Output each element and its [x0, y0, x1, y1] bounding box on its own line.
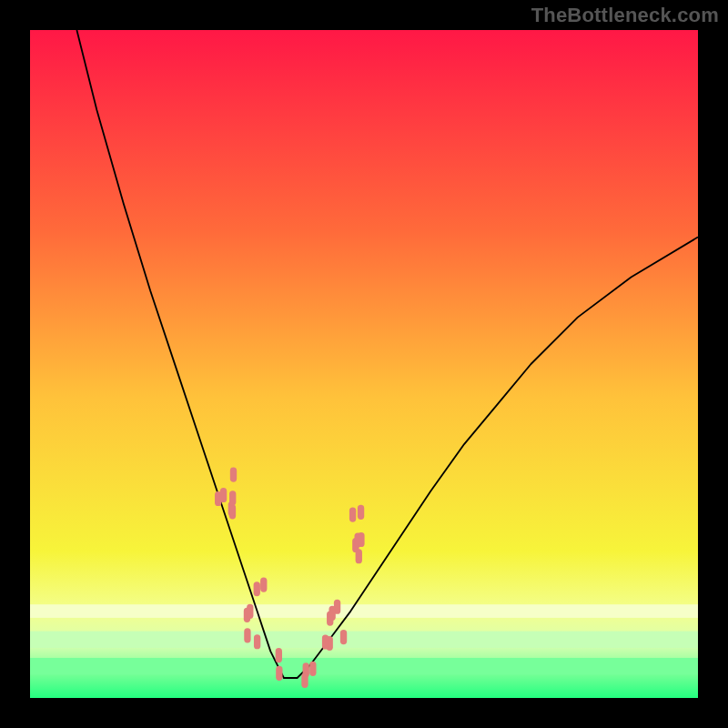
band-mint	[30, 632, 698, 648]
cluster-dot	[349, 508, 356, 522]
cluster-dot	[276, 666, 282, 681]
cluster-dot	[356, 549, 362, 563]
cluster-dot	[329, 606, 335, 621]
cluster-dot	[309, 662, 316, 676]
cluster-dot	[229, 490, 236, 505]
band-green	[30, 658, 698, 674]
cluster-dot	[276, 648, 282, 662]
watermark-text: TheBottleneck.com	[531, 4, 719, 27]
chart-svg	[30, 30, 698, 698]
cluster-dot	[244, 628, 250, 642]
cluster-dot	[322, 634, 329, 649]
cluster-dot	[340, 630, 347, 644]
plot-area	[30, 30, 698, 698]
gradient-background	[30, 30, 698, 698]
cluster-dot	[220, 488, 227, 502]
cluster-dot	[358, 532, 364, 547]
cluster-dot	[260, 578, 267, 592]
cluster-dot	[358, 505, 364, 520]
cluster-dot	[230, 468, 237, 482]
chart-frame: TheBottleneck.com	[0, 0, 728, 728]
cluster-dot	[254, 581, 260, 596]
cluster-dot	[247, 604, 253, 619]
cluster-dot	[254, 634, 260, 649]
band-pale	[30, 604, 698, 618]
cluster-dot	[301, 673, 308, 688]
